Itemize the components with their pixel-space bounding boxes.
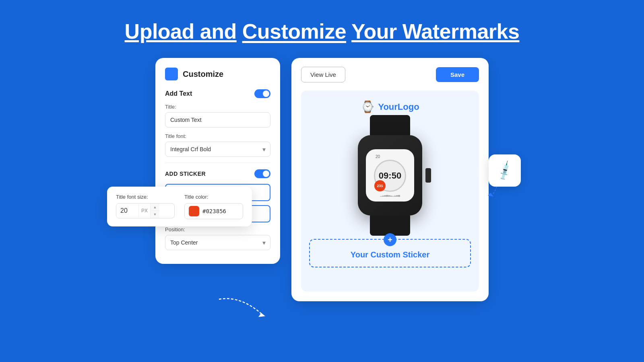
title-field-label: Title:: [165, 104, 270, 110]
custom-sticker-area[interactable]: + Your Custom Sticker: [309, 239, 471, 267]
sticker-label: ADD STICKER: [165, 171, 206, 177]
font-size-label: Title font size:: [116, 194, 175, 200]
preview-panel: View Live Save ⌚ YourLogo 20 09:5: [291, 58, 489, 301]
eyedropper-icon: 💉: [493, 159, 516, 182]
font-size-section: Title font size: PX ▲ ▼: [116, 194, 175, 218]
sticker-header: ADD STICKER: [165, 169, 270, 178]
svg-marker-1: [488, 193, 493, 197]
logo-text: YourLogo: [378, 102, 419, 112]
title-font-label: Title font:: [165, 133, 270, 139]
color-hex-input[interactable]: [202, 208, 233, 214]
watch-circle: 09:50 235: [374, 160, 406, 192]
save-button[interactable]: Save: [436, 67, 479, 82]
font-select-wrapper: Integral Crf Bold: [165, 142, 270, 157]
spinner-up[interactable]: ▲: [151, 204, 159, 211]
watch-num: 20: [374, 154, 380, 159]
plus-circle: +: [384, 233, 396, 246]
font-size-input[interactable]: [116, 204, 138, 218]
page-title: Upload and Customize Your Watermarks: [125, 19, 520, 43]
preview-area: ⌚ YourLogo 20 09:50 235: [301, 90, 479, 292]
red-dot-text: 235: [377, 184, 383, 188]
font-color-card: Title font size: PX ▲ ▼ Title color:: [107, 187, 252, 226]
px-label: PX: [138, 204, 150, 217]
watch-bar: ▁▂▃▄▃▂▁▂▃▄: [378, 193, 402, 197]
spinner: ▲ ▼: [150, 204, 159, 218]
watch-inner: 20 09:50 235 ▁▂▃▄▃▂▁▂▃▄: [374, 154, 406, 197]
watch-container: 20 09:50 235 ▁▂▃▄▃▂▁▂▃▄: [342, 123, 438, 228]
font-color-row: Title font size: PX ▲ ▼ Title color:: [116, 194, 243, 219]
add-text-row: Add Text: [165, 89, 270, 98]
panel-title: Customize: [183, 70, 223, 79]
font-select[interactable]: Integral Crf Bold: [165, 142, 270, 157]
spinner-down[interactable]: ▼: [151, 211, 159, 218]
watch-body: 20 09:50 235 ▁▂▃▄▃▂▁▂▃▄: [358, 135, 422, 216]
color-swatch[interactable]: [189, 206, 199, 216]
font-size-input-row: PX ▲ ▼: [116, 203, 175, 218]
logo-row: ⌚ YourLogo: [361, 100, 419, 113]
panel-header: Customize: [165, 68, 270, 80]
custom-sticker-text: Your Custom Sticker: [316, 250, 464, 259]
logo-icon: ⌚: [361, 100, 375, 113]
panel-icon: [165, 68, 178, 80]
position-label: Position:: [165, 226, 270, 232]
color-label: Title color:: [184, 194, 243, 200]
eyedropper-card[interactable]: 💉: [489, 154, 521, 187]
svg-marker-0: [258, 313, 265, 317]
title-input[interactable]: [165, 112, 270, 128]
watch-band-top: [370, 115, 410, 135]
watch-screen: 20 09:50 235 ▁▂▃▄▃▂▁▂▃▄: [366, 149, 414, 202]
watch-crown: [425, 168, 431, 183]
red-dot: 235: [374, 180, 386, 191]
watch-time: 09:50: [379, 171, 401, 181]
add-text-toggle[interactable]: [254, 89, 270, 98]
position-select[interactable]: Top Center: [165, 235, 270, 250]
add-text-label: Add Text: [165, 90, 192, 97]
dashed-arrow: [215, 295, 267, 319]
customize-panel: Customize Add Text Title: Title font: In…: [155, 58, 280, 264]
main-content: Customize Add Text Title: Title font: In…: [155, 58, 489, 301]
preview-top-bar: View Live Save: [301, 67, 479, 82]
color-section: Title color:: [184, 194, 243, 219]
sticker-toggle[interactable]: [254, 169, 270, 178]
position-select-wrapper: Top Center: [165, 235, 270, 250]
watch-band-bottom: [370, 216, 410, 236]
color-input-row: [184, 203, 243, 219]
view-live-button[interactable]: View Live: [301, 67, 345, 82]
